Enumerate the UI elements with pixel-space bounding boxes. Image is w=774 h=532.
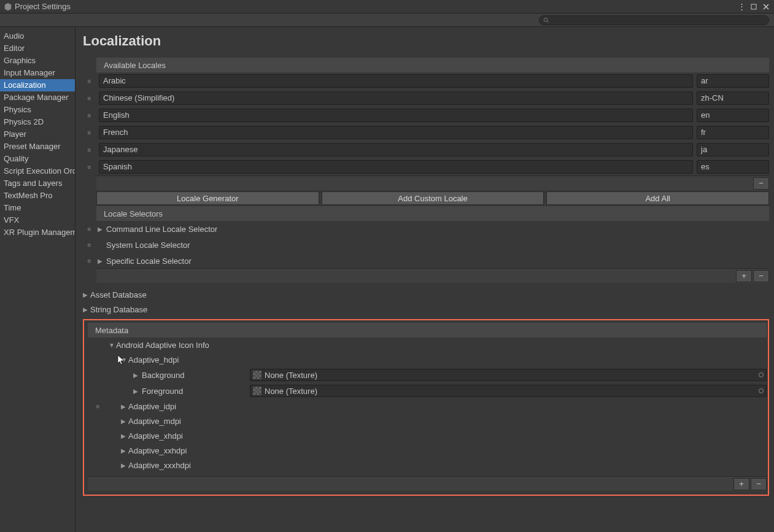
sidebar-item-script-execution-order[interactable]: Script Execution Order (0, 165, 75, 177)
sidebar-item-textmesh-pro[interactable]: TextMesh Pro (0, 190, 75, 202)
sidebar-item-time[interactable]: Time (0, 202, 75, 214)
foldout-arrow-icon: ▶ (98, 226, 104, 233)
drag-handle-icon[interactable]: ≡ (83, 258, 95, 264)
selector-row[interactable]: ≡System Locale Selector (83, 237, 769, 253)
window-title: Project Settings (15, 2, 733, 11)
locale-row: ≡Englishen (83, 107, 769, 124)
locale-row: ≡Arabicar (83, 72, 769, 90)
locale-generator-button[interactable]: Locale Generator (96, 191, 319, 205)
locale-list: ≡Arabicar≡Chinese (Simplified)zh-CN≡Engl… (83, 72, 769, 175)
foldout-arrow-icon: ▶ (98, 258, 104, 264)
available-locales-header: Available Locales (96, 58, 769, 72)
drag-handle-icon[interactable]: ≡ (83, 112, 95, 119)
metadata-header: Metadata (88, 323, 767, 337)
background-texture-row: ▶Background None (Texture) (85, 367, 767, 383)
asset-database-foldout[interactable]: ▶Asset Database (83, 287, 769, 302)
selector-row[interactable]: ≡▶Specific Locale Selector (83, 253, 769, 269)
sidebar-item-package-manager[interactable]: Package Manager (0, 91, 75, 104)
locale-code-field[interactable]: fr (697, 126, 769, 139)
locale-code-field[interactable]: ja (697, 143, 769, 156)
background-texture-field[interactable]: None (Texture) (250, 369, 767, 381)
drag-handle-icon[interactable]: ≡ (83, 164, 95, 171)
svg-point-1 (544, 18, 548, 21)
foreground-label: Foreground (142, 387, 183, 396)
sidebar-item-tags-and-layers[interactable]: Tags and Layers (0, 177, 75, 190)
locale-name-field[interactable]: French (99, 126, 693, 139)
selector-label: Specific Locale Selector (106, 256, 192, 266)
search-icon (543, 17, 549, 23)
locale-name-field[interactable]: English (99, 109, 693, 122)
density-foldout[interactable]: ▶Adaptive_mdpi (85, 414, 767, 428)
locale-row: ≡Chinese (Simplified)zh-CN (83, 90, 769, 107)
sidebar: AudioEditorGraphicsInput ManagerLocaliza… (0, 27, 75, 532)
density-foldout[interactable]: ▶Adaptive_xhdpi (85, 428, 767, 443)
string-database-foldout[interactable]: ▶String Database (83, 302, 769, 317)
density-list: ≡▶Adaptive_idpi▶Adaptive_mdpi▶Adaptive_x… (85, 399, 767, 472)
density-foldout[interactable]: ▶Adaptive_xxxhdpi (85, 458, 767, 472)
locale-code-field[interactable]: zh-CN (697, 91, 769, 105)
locale-buttons-row: Locale Generator Add Custom Locale Add A… (96, 191, 769, 205)
object-picker-icon[interactable] (759, 388, 764, 393)
sidebar-item-vfx[interactable]: VFX (0, 214, 75, 226)
background-label: Background (142, 371, 184, 380)
selector-list: ≡▶Command Line Locale Selector≡System Lo… (83, 221, 769, 269)
android-adaptive-icon-foldout[interactable]: ▼Android Adaptive Icon Info (85, 337, 767, 352)
sidebar-item-physics-2d[interactable]: Physics 2D (0, 116, 75, 128)
drag-handle-icon[interactable]: ≡ (83, 226, 95, 233)
drag-handle-icon[interactable]: ≡ (83, 78, 95, 85)
add-metadata-button[interactable]: + (733, 478, 749, 490)
drag-handle-icon[interactable]: ≡ (83, 95, 95, 102)
locale-code-field[interactable]: es (697, 160, 769, 174)
locale-row: ≡Japaneseja (83, 141, 769, 158)
metadata-list-footer: + − (88, 476, 767, 491)
locale-code-field[interactable]: en (697, 109, 769, 122)
locale-name-field[interactable]: Japanese (99, 143, 693, 156)
close-icon[interactable] (762, 2, 770, 11)
sidebar-item-audio[interactable]: Audio (0, 30, 75, 42)
drag-handle-icon[interactable]: ≡ (83, 242, 95, 249)
sidebar-item-quality[interactable]: Quality (0, 153, 75, 165)
sidebar-item-input-manager[interactable]: Input Manager (0, 67, 75, 79)
drag-handle-icon[interactable]: ≡ (91, 403, 104, 410)
selector-list-footer: + − (96, 268, 769, 283)
main-panel: Localization Available Locales ≡Arabicar… (75, 27, 774, 532)
locale-code-field[interactable]: ar (697, 74, 769, 88)
locale-name-field[interactable]: Chinese (Simplified) (99, 91, 693, 105)
sidebar-item-graphics[interactable]: Graphics (0, 55, 75, 67)
foreground-texture-field[interactable]: None (Texture) (250, 385, 767, 397)
sidebar-item-preset-manager[interactable]: Preset Manager (0, 141, 75, 153)
sidebar-item-editor[interactable]: Editor (0, 42, 75, 55)
locale-name-field[interactable]: Arabic (99, 74, 693, 88)
locale-name-field[interactable]: Spanish (99, 160, 693, 174)
selector-row[interactable]: ≡▶Command Line Locale Selector (83, 221, 769, 237)
search-row (0, 13, 774, 27)
density-foldout[interactable]: ▶Adaptive_xxhdpi (85, 443, 767, 458)
search-input[interactable] (539, 15, 769, 25)
remove-metadata-button[interactable]: − (751, 478, 767, 490)
add-custom-locale-button[interactable]: Add Custom Locale (322, 191, 544, 205)
locale-row: ≡Frenchfr (83, 124, 769, 141)
foreground-texture-row: ▶Foreground None (Texture) (85, 383, 767, 399)
sidebar-item-localization[interactable]: Localization (0, 79, 75, 91)
maximize-icon[interactable] (749, 2, 758, 11)
sidebar-item-xr-plugin-management[interactable]: XR Plugin Management (0, 226, 75, 239)
sidebar-item-physics[interactable]: Physics (0, 104, 75, 116)
add-all-button[interactable]: Add All (546, 191, 769, 205)
locale-row: ≡Spanishes (83, 158, 769, 175)
density-foldout[interactable]: ≡▶Adaptive_idpi (85, 399, 767, 414)
remove-locale-button[interactable]: − (753, 177, 769, 190)
drag-handle-icon[interactable]: ≡ (83, 147, 95, 153)
locale-list-footer: − (96, 175, 769, 190)
object-picker-icon[interactable] (759, 372, 764, 377)
texture-icon (253, 371, 261, 379)
add-selector-button[interactable]: + (736, 270, 752, 282)
remove-selector-button[interactable]: − (753, 270, 769, 282)
sidebar-item-player[interactable]: Player (0, 128, 75, 141)
metadata-highlight: Metadata ▼Android Adaptive Icon Info ▼Ad… (83, 319, 769, 496)
texture-icon (253, 387, 261, 395)
drag-handle-icon[interactable]: ≡ (83, 129, 95, 136)
locale-selectors-header: Locale Selectors (96, 206, 769, 221)
svg-rect-0 (751, 4, 756, 9)
adaptive-hdpi-foldout[interactable]: ▼Adaptive_hdpi (85, 352, 767, 367)
kebab-icon[interactable]: ⋮ (737, 2, 746, 11)
